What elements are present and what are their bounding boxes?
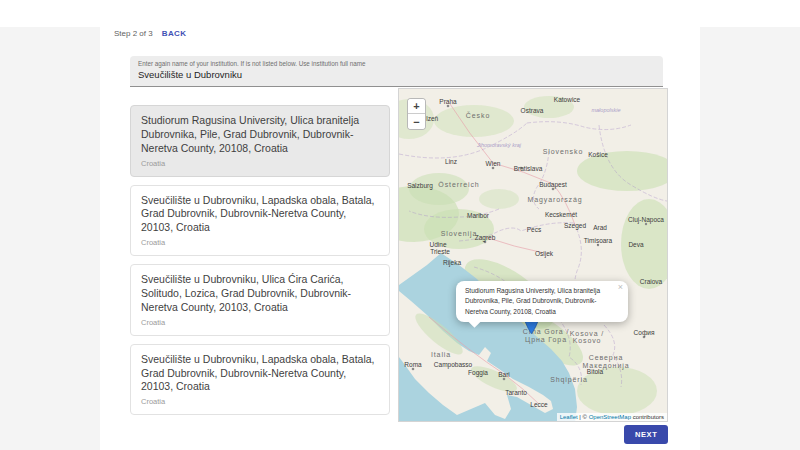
popup-close-icon[interactable]: × <box>618 283 623 292</box>
map-place-label: Rijeka <box>443 259 461 266</box>
result-subtitle: Croatia <box>141 238 379 247</box>
map-place-label: Bari <box>498 371 510 378</box>
map[interactable]: PrahaKatowiceOstravaPlzeňČeskomałopolski… <box>398 88 668 422</box>
map-place-label: Praha <box>439 98 456 105</box>
map-place-label: małopolskie <box>591 107 620 113</box>
map-place-label: Craiova <box>640 278 662 285</box>
result-title: Sveučilište u Dubrovniku, Ulica Ćira Car… <box>141 273 379 315</box>
map-attribution: Leaflet | © OpenStreetMap contributors <box>557 413 667 421</box>
map-place-label: Budapest <box>539 181 566 188</box>
map-place-label: Timișoara <box>584 237 612 244</box>
map-place-label: Jihomoravský kraj <box>477 142 521 148</box>
map-place-label: Ostrava <box>521 107 544 114</box>
attribution-tail: contributors <box>631 414 664 420</box>
map-place-label: Česko <box>466 112 490 119</box>
map-popup: Studiorum Ragusina University, Ulica bra… <box>456 281 628 322</box>
map-place-label: Trieste <box>430 248 450 255</box>
map-place-label: Северна <box>589 354 623 361</box>
map-place-label: Slovenija <box>441 230 478 237</box>
map-zoom-control: + − <box>407 98 426 130</box>
main-panel: Step 2 of 3BACK Enter again name of your… <box>100 0 700 450</box>
result-subtitle: Croatia <box>141 159 379 168</box>
map-place-label: Osijek <box>535 250 553 257</box>
map-place-label: Szeged <box>564 222 586 229</box>
institution-name-field[interactable]: Enter again name of your institution. If… <box>130 56 663 87</box>
results-list: Studiorum Ragusina University, Ulica bra… <box>130 105 390 423</box>
map-place-label: Maribor <box>467 212 489 219</box>
result-item[interactable]: Sveučilište u Dubrovniku, Ulica Ćira Car… <box>130 264 390 336</box>
page: Create institution Step 2 of 3BACK Enter… <box>0 0 800 450</box>
result-subtitle: Croatia <box>141 318 379 327</box>
result-title: Studiorum Ragusina University, Ulica bra… <box>141 114 379 156</box>
map-place-label: Roma <box>404 361 421 368</box>
map-place-label: Cluj-Napoca <box>628 216 664 223</box>
result-subtitle: Croatia <box>141 397 379 406</box>
map-place-label: Pécs <box>527 226 541 233</box>
map-place-label: Zagreb <box>475 234 496 241</box>
map-place-label: Košice <box>588 151 608 158</box>
institution-name-label: Enter again name of your institution. If… <box>138 60 655 67</box>
map-place-label: Bratislava <box>514 165 543 172</box>
osm-link[interactable]: OpenStreetMap <box>589 414 631 420</box>
back-button[interactable]: BACK <box>162 29 187 38</box>
map-place-label: Црна Гора <box>525 336 567 343</box>
map-place-label: Kecskemét <box>545 211 577 218</box>
map-labels: PrahaKatowiceOstravaPlzeňČeskomałopolski… <box>399 89 668 422</box>
map-place-label: Slovensko <box>543 148 583 155</box>
map-place-label: Österreich <box>438 181 479 188</box>
map-place-label: Italia <box>431 351 451 358</box>
zoom-out-button[interactable]: − <box>408 114 425 129</box>
step-indicator: Step 2 of 3 <box>114 29 153 38</box>
attribution-separator: | © <box>578 414 589 420</box>
result-title: Sveučilište u Dubrovniku, Lapadska obala… <box>141 353 379 395</box>
zoom-in-button[interactable]: + <box>408 99 425 114</box>
map-place-label: Campobasso <box>434 361 472 368</box>
map-place-label: Kosovo <box>573 337 602 344</box>
map-place-label: Linz <box>445 158 457 165</box>
map-popup-text: Studiorum Ragusina University, Ulica bra… <box>465 287 600 315</box>
institution-name-input[interactable]: Sveučilište u Dubrovniku <box>138 69 655 80</box>
map-place-label: Shqipëria <box>550 376 588 383</box>
result-item[interactable]: Studiorum Ragusina University, Ulica bra… <box>130 105 390 177</box>
result-item[interactable]: Sveučilište u Dubrovniku, Lapadska obala… <box>130 344 390 416</box>
map-place-label: Taranto <box>505 389 527 396</box>
map-place-label: Foggia <box>468 369 488 376</box>
map-place-label: Deva <box>628 241 643 248</box>
result-item[interactable]: Sveučilište u Dubrovniku, Lapadska obala… <box>130 185 390 257</box>
map-place-label: Arad <box>593 224 607 231</box>
map-place-label: Wien <box>486 160 501 167</box>
map-place-label: Lecce <box>530 401 547 408</box>
stepper: Step 2 of 3BACK <box>114 29 186 38</box>
map-place-label: Kosova / <box>570 330 604 337</box>
map-place-label: Udine <box>430 241 447 248</box>
next-button[interactable]: NEXT <box>624 425 668 444</box>
leaflet-link[interactable]: Leaflet <box>560 414 578 420</box>
map-place-label: Salzburg <box>407 182 433 189</box>
map-place-label: София <box>634 329 655 336</box>
map-place-label: Magyarország <box>527 196 582 203</box>
map-place-label: Katowice <box>554 96 580 103</box>
map-place-label: Bitola <box>587 368 603 375</box>
result-title: Sveučilište u Dubrovniku, Lapadska obala… <box>141 194 379 236</box>
